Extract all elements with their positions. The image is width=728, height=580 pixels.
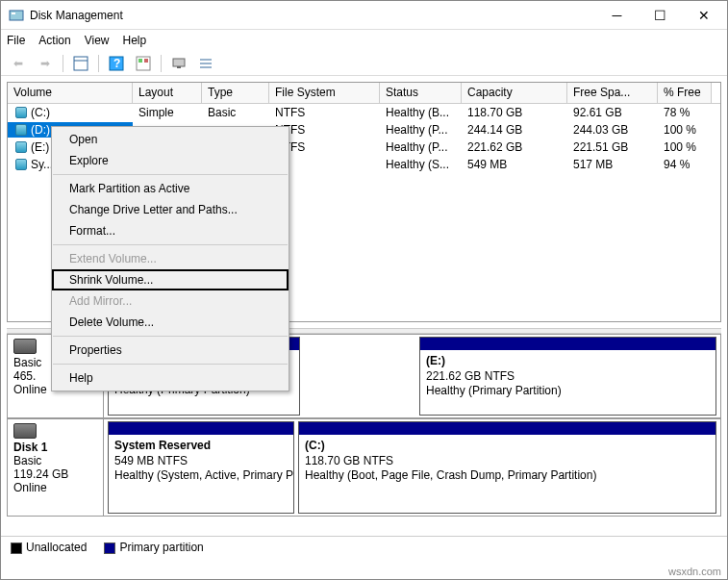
vol-name: (C:) (31, 106, 50, 119)
disk1-panel: Disk 1 Basic 119.24 GB Online System Res… (7, 418, 721, 517)
col-pctfree[interactable]: % Free (658, 83, 712, 103)
ctx-extend: Extend Volume... (52, 248, 289, 269)
ctx-delete[interactable]: Delete Volume... (52, 312, 289, 333)
col-status[interactable]: Status (380, 83, 462, 103)
context-menu: Open Explore Mark Partition as Active Ch… (51, 126, 289, 391)
disk0-partition-e[interactable]: (E:) 221.62 GB NTFS Healthy (Primary Par… (419, 337, 716, 416)
grid-header: Volume Layout Type File System Status Ca… (8, 83, 720, 104)
col-free[interactable]: Free Spa... (567, 83, 658, 103)
part-name: (C:) (305, 439, 325, 452)
watermark: wsxdn.com (666, 564, 723, 579)
disk-icon (15, 159, 27, 170)
svg-rect-2 (74, 57, 88, 70)
vol-name: Sy... (31, 158, 53, 171)
maximize-button[interactable]: ☐ (639, 1, 682, 29)
view-icon[interactable] (69, 53, 92, 74)
svg-rect-9 (173, 59, 185, 66)
col-type[interactable]: Type (202, 83, 269, 103)
part-status: Healthy (Primary Partition) (426, 384, 562, 397)
menubar: File Action View Help (1, 30, 727, 51)
volume-row[interactable]: (C:) Simple Basic NTFS Healthy (B... 118… (8, 104, 720, 121)
disk-icon (15, 107, 27, 118)
disk-icon (15, 124, 27, 136)
part-size: 549 MB NTFS (114, 454, 188, 467)
disk-icon (15, 141, 27, 153)
ctx-open[interactable]: Open (52, 129, 289, 150)
part-size: 221.62 GB NTFS (426, 369, 515, 383)
refresh-icon[interactable] (132, 53, 155, 74)
app-window: Disk Management ─ ☐ ✕ File Action View H… (0, 0, 728, 580)
disk1-status: Online (13, 481, 97, 494)
help-icon[interactable]: ? (105, 53, 128, 74)
back-button[interactable]: ⬅ (7, 53, 30, 74)
disk1-type: Basic (13, 454, 97, 467)
menu-view[interactable]: View (85, 34, 110, 47)
ctx-mark-active[interactable]: Mark Partition as Active (52, 178, 289, 199)
disk1-partition-sys[interactable]: System Reserved 549 MB NTFS Healthy (Sys… (108, 421, 294, 514)
svg-rect-8 (144, 59, 148, 63)
svg-text:?: ? (113, 57, 120, 70)
legend-unallocated-swatch (11, 542, 22, 554)
minimize-button[interactable]: ─ (595, 1, 639, 29)
part-status: Healthy (Boot, Page File, Crash Dump, Pr… (305, 468, 596, 482)
menu-file[interactable]: File (7, 34, 25, 47)
ctx-format[interactable]: Format... (52, 220, 289, 241)
vol-name: (E:) (31, 140, 49, 154)
part-name: (E:) (426, 354, 445, 367)
ctx-properties[interactable]: Properties (52, 340, 289, 361)
svg-rect-10 (177, 66, 181, 68)
close-button[interactable]: ✕ (682, 1, 725, 29)
svg-rect-1 (12, 13, 15, 14)
ctx-add-mirror: Add Mirror... (52, 290, 289, 312)
forward-button[interactable]: ➡ (34, 53, 57, 74)
toolbar: ⬅ ➡ ? (1, 51, 727, 76)
col-filesystem[interactable]: File System (269, 83, 380, 103)
part-size: 118.70 GB NTFS (305, 454, 393, 467)
menu-help[interactable]: Help (123, 34, 147, 47)
disk-icon (13, 423, 37, 439)
col-layout[interactable]: Layout (133, 83, 202, 103)
legend-primary-swatch (104, 542, 115, 554)
ctx-help[interactable]: Help (52, 367, 289, 389)
disk1-partition-c[interactable]: (C:) 118.70 GB NTFS Healthy (Boot, Page … (298, 421, 716, 514)
window-title: Disk Management (30, 9, 595, 22)
disk1-name: Disk 1 (13, 441, 97, 454)
app-icon (9, 8, 24, 23)
computer-icon[interactable] (167, 53, 190, 74)
col-capacity[interactable]: Capacity (462, 83, 567, 103)
list-icon[interactable] (194, 53, 217, 74)
disk-icon (13, 339, 37, 354)
ctx-change-letter[interactable]: Change Drive Letter and Paths... (52, 199, 289, 220)
disk1-size: 119.24 GB (13, 467, 97, 481)
menu-action[interactable]: Action (38, 34, 70, 47)
svg-rect-0 (10, 11, 23, 20)
part-status: Healthy (System, Active, Primary P (114, 468, 293, 482)
col-volume[interactable]: Volume (8, 83, 133, 103)
ctx-explore[interactable]: Explore (52, 150, 289, 171)
vol-name: (D:) (31, 123, 50, 137)
titlebar: Disk Management ─ ☐ ✕ (1, 1, 727, 30)
svg-rect-7 (138, 59, 142, 63)
legend: Unallocated Primary partition (1, 536, 727, 558)
legend-unallocated: Unallocated (26, 541, 87, 554)
disk1-info: Disk 1 Basic 119.24 GB Online (8, 419, 104, 516)
part-name: System Reserved (114, 439, 211, 452)
legend-primary: Primary partition (119, 541, 203, 554)
ctx-shrink[interactable]: Shrink Volume... (52, 269, 289, 290)
